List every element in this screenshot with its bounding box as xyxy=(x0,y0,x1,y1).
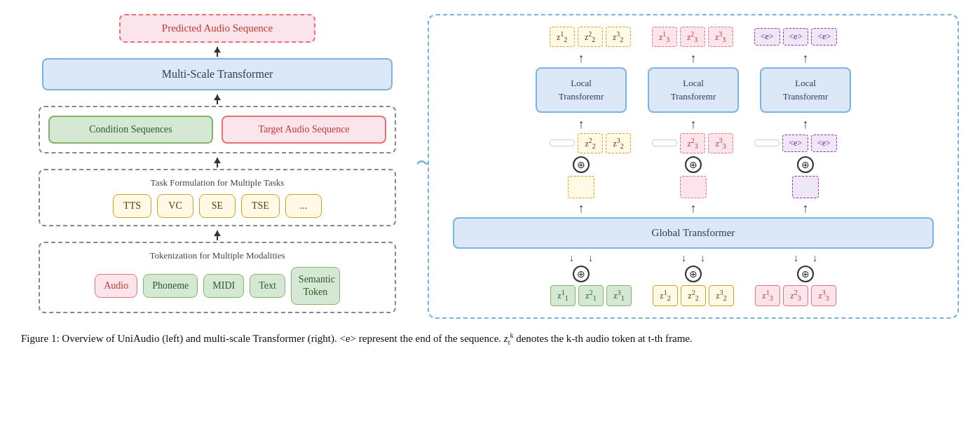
bot-group-3: z13 z23 z33 xyxy=(755,285,836,305)
bot-tok-y2: z22 xyxy=(681,285,706,305)
local-transformer-1: LocalTransforemr xyxy=(536,67,627,112)
top-tok-p3: z33 xyxy=(708,27,733,47)
top-tok-y3: z32 xyxy=(606,27,631,47)
mid-tok-y2: z22 xyxy=(578,133,603,153)
mid-tok-pu2: <e> xyxy=(782,135,808,152)
left-diagram: Predicted Audio Sequence Multi-Scale Tra… xyxy=(21,14,414,316)
mid-tok-p2: z23 xyxy=(680,133,705,153)
mid-white-3 xyxy=(754,139,780,146)
task-items-row: TTS VC SE TSE ... xyxy=(48,194,386,218)
token-title: Tokenization for Multiple Modalities xyxy=(48,250,386,261)
top-tok-y1: z12 xyxy=(550,27,575,47)
task-se: SE xyxy=(199,194,236,218)
top-tok-y2: z22 xyxy=(578,27,603,47)
bottom-plus-3: ⊕ xyxy=(797,266,814,282)
top-tok-p1: z13 xyxy=(652,27,677,47)
top-tok-pu2: <e> xyxy=(783,28,809,46)
top-tok-p2: z23 xyxy=(680,27,705,47)
dashed-sm-pu1 xyxy=(792,176,819,198)
dashed-small-row xyxy=(536,176,851,198)
task-container: Task Formulation for Multiple Tasks TTS … xyxy=(39,169,396,226)
bottom-plus-row: ⊕ ⊕ ⊕ xyxy=(536,266,851,282)
token-items-row: Audio Phoneme MIDI Text SemanticToken xyxy=(48,267,386,305)
token-semantic: SemanticToken xyxy=(291,267,340,305)
bottom-tokens-row: z11 z21 z31 z12 z22 z32 z13 z23 z33 xyxy=(550,285,836,305)
top-tok-pu3: <e> xyxy=(811,28,837,46)
global-transformer-box: Global Transformer xyxy=(453,217,934,249)
mid-group-3: <e> <e> xyxy=(754,133,837,153)
token-phoneme: Phoneme xyxy=(143,274,198,298)
token-text: Text xyxy=(250,274,285,298)
condition-box: Condition Sequences xyxy=(48,116,213,144)
token-audio: Audio xyxy=(95,274,137,298)
task-more: ... xyxy=(285,194,322,218)
bot-group-1: z11 z21 z31 xyxy=(550,285,632,305)
predicted-label: Predicted Audio Sequence xyxy=(162,22,273,34)
bot-tok-g3: z31 xyxy=(606,285,632,305)
condition-target-container: Condition Sequences Target Audio Sequenc… xyxy=(39,106,396,153)
top-tokens-row: z12 z22 z32 z13 z23 z33 <e> <e> <e> xyxy=(440,27,946,47)
top-tok-pu1: <e> xyxy=(754,28,780,46)
mid-tok-pu3: <e> xyxy=(811,135,837,152)
target-box: Target Audio Sequence xyxy=(222,116,386,144)
bot-tok-y3: z32 xyxy=(709,285,734,305)
bot-tok-p1: z13 xyxy=(755,285,780,305)
top-token-group-2: z13 z23 z33 xyxy=(652,27,733,47)
bot-tok-p3: z33 xyxy=(811,285,836,305)
token-container: Tokenization for Multiple Modalities Aud… xyxy=(39,242,396,313)
mid-tok-p3: z33 xyxy=(708,133,733,153)
token-midi: MIDI xyxy=(203,274,244,298)
plus-circle-2: ⊕ xyxy=(685,156,702,173)
dashed-sm-p1 xyxy=(680,176,707,198)
bot-tok-g1: z11 xyxy=(550,285,576,305)
local-transformer-2: LocalTransforemr xyxy=(648,67,739,112)
task-title: Task Formulation for Multiple Tasks xyxy=(48,177,386,188)
mid-white-2 xyxy=(652,139,677,146)
global-label: Global Transformer xyxy=(652,227,735,238)
top-token-group-1: z12 z22 z32 xyxy=(550,27,631,47)
local-transformers-row: LocalTransforemr LocalTransforemr LocalT… xyxy=(440,67,946,112)
multiscale-box: Multi-Scale Transformer xyxy=(42,58,393,90)
bot-group-2: z12 z22 z32 xyxy=(653,285,734,305)
mid-group-2: z23 z33 xyxy=(652,133,733,153)
task-tse: TSE xyxy=(241,194,280,218)
predicted-box: Predicted Audio Sequence xyxy=(119,14,315,43)
bot-tok-p2: z23 xyxy=(783,285,808,305)
bot-tok-g2: z21 xyxy=(578,285,604,305)
mid-white-1 xyxy=(550,139,575,146)
right-diagram: z12 z22 z32 z13 z23 z33 <e> <e> <e> xyxy=(428,14,959,319)
plus-row: ⊕ ⊕ ⊕ xyxy=(536,156,851,173)
bot-tok-y1: z12 xyxy=(653,285,678,305)
caption-text: Figure 1: Overview of UniAudio (left) an… xyxy=(21,333,693,344)
plus-circle-3: ⊕ xyxy=(797,156,814,173)
multiscale-label: Multi-Scale Transformer xyxy=(162,68,273,80)
bottom-plus-2: ⊕ xyxy=(685,266,702,282)
local-transformer-3: LocalTransforemr xyxy=(760,67,851,112)
plus-circle-1: ⊕ xyxy=(573,156,590,173)
caption: Figure 1: Overview of UniAudio (left) an… xyxy=(21,330,959,348)
task-tts: TTS xyxy=(113,194,151,218)
right-inner: z12 z22 z32 z13 z23 z33 <e> <e> <e> xyxy=(440,27,946,306)
task-vc: VC xyxy=(157,194,193,218)
top-token-group-3: <e> <e> <e> xyxy=(754,27,838,47)
dashed-sm-y1 xyxy=(568,176,594,198)
mid-tok-y3: z32 xyxy=(606,133,631,153)
bottom-plus-1: ⊕ xyxy=(573,266,590,282)
mid-tokens-row: z22 z32 z23 z33 <e> <e> xyxy=(440,133,946,153)
mid-group-1: z22 z32 xyxy=(550,133,631,153)
